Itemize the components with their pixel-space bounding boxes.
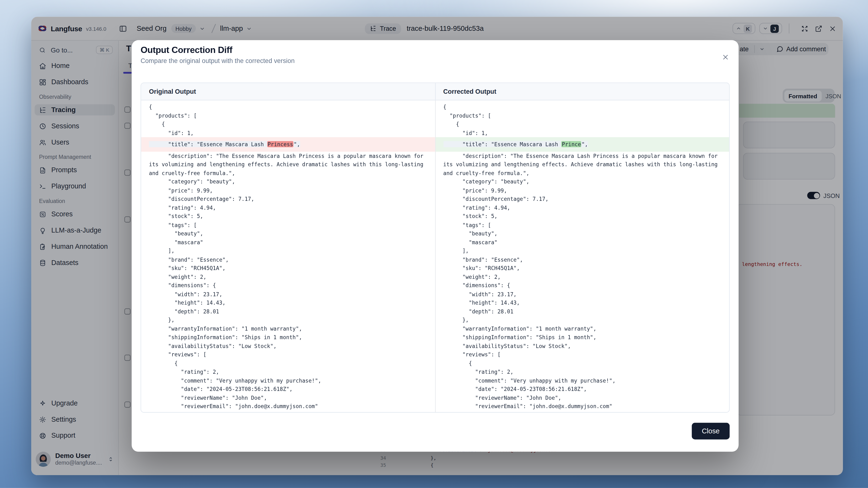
diff-context-line: "sku": "RCH45Q1A", bbox=[141, 264, 435, 272]
diff-context-line: "reviewerEmail": "john.doe@x.dummyjson.c… bbox=[141, 402, 435, 411]
diff-context-line: { bbox=[435, 120, 729, 129]
diff-context-line: "shippingInformation": "Ships in 1 month… bbox=[435, 333, 729, 341]
diff-table: Original Output Corrected Output { "prod… bbox=[141, 83, 730, 413]
diff-context-line: "dimensions": { bbox=[141, 281, 435, 290]
desktop-background: Langfuse v3.146.0 Seed Org Hobby llm-app bbox=[0, 0, 868, 488]
diff-context-line: "brand": "Essence", bbox=[141, 255, 435, 264]
diff-context-line: "brand": "Essence", bbox=[435, 255, 729, 264]
diff-context-line: "depth": 28.01 bbox=[435, 307, 729, 316]
diff-word-removed: Princess bbox=[267, 141, 294, 148]
diff-context-line: "beauty", bbox=[141, 229, 435, 238]
corrected-output-header: Corrected Output bbox=[435, 83, 729, 100]
modal-title: Output Correction Diff bbox=[141, 45, 232, 55]
diff-context-line: "id": 1, bbox=[435, 129, 729, 137]
diff-context-line: { bbox=[435, 359, 729, 367]
diff-context-line: "sku": "RCH45Q1A", bbox=[435, 264, 729, 272]
diff-context-line: "category": "beauty", bbox=[141, 177, 435, 186]
diff-context-line: "products": [ bbox=[141, 111, 435, 120]
diff-context-line: "rating": 4.94, bbox=[435, 203, 729, 212]
diff-context-line: "comment": "Very unhappy with my purchas… bbox=[141, 376, 435, 385]
diff-context-line: "stock": 5, bbox=[435, 212, 729, 220]
diff-context-line: "tags": [ bbox=[141, 221, 435, 229]
original-output-column: { "products": [ { "id": 1, "title": "Ess… bbox=[141, 100, 435, 413]
corrected-output-column: { "products": [ { "id": 1, "title": "Ess… bbox=[435, 100, 729, 413]
diff-word-added: Prince bbox=[561, 141, 582, 148]
diff-context-line: ], bbox=[141, 247, 435, 255]
diff-context-line: "width": 23.17, bbox=[435, 290, 729, 298]
diff-context-line: "depth": 28.01 bbox=[141, 307, 435, 316]
diff-body[interactable]: { "products": [ { "id": 1, "title": "Ess… bbox=[141, 100, 729, 413]
diff-context-line: "rating": 4.94, bbox=[141, 203, 435, 212]
diff-context-line: }, bbox=[141, 316, 435, 324]
diff-context-line: "reviewerEmail": "john.doe@x.dummyjson.c… bbox=[435, 402, 729, 411]
diff-context-line: "description": "The Essence Mascara Lash… bbox=[141, 152, 435, 177]
diff-context-line: "warrantyInformation": "1 month warranty… bbox=[141, 324, 435, 333]
diff-context-line: }, bbox=[435, 411, 729, 413]
diff-context-line: { bbox=[141, 120, 435, 129]
diff-context-line: { bbox=[141, 359, 435, 367]
diff-changed-line-removed: "title": "Essence Mascara Lash Princess"… bbox=[141, 137, 435, 152]
diff-context-line: { bbox=[435, 103, 729, 111]
diff-context-line: "products": [ bbox=[435, 111, 729, 120]
diff-context-line: "category": "beauty", bbox=[435, 177, 729, 186]
diff-context-line: "width": 23.17, bbox=[141, 290, 435, 298]
diff-context-line: }, bbox=[435, 316, 729, 324]
output-correction-diff-modal: Output Correction Diff Compare the origi… bbox=[132, 40, 739, 452]
diff-changed-line-added: "title": "Essence Mascara Lash Prince", bbox=[435, 137, 729, 152]
diff-context-line: "shippingInformation": "Ships in 1 month… bbox=[141, 333, 435, 341]
diff-context-line: "mascara" bbox=[141, 238, 435, 247]
diff-context-line: "availabilityStatus": "Low Stock", bbox=[435, 341, 729, 350]
diff-context-line: "rating": 2, bbox=[435, 367, 729, 376]
diff-context-line: "date": "2024-05-23T08:56:21.618Z", bbox=[141, 385, 435, 393]
diff-context-line: "description": "The Essence Mascara Lash… bbox=[435, 152, 729, 177]
diff-context-line: "date": "2024-05-23T08:56:21.618Z", bbox=[435, 385, 729, 393]
diff-context-line: "discountPercentage": 7.17, bbox=[141, 195, 435, 203]
diff-context-line: "beauty", bbox=[435, 229, 729, 238]
diff-context-line: "reviews": [ bbox=[141, 350, 435, 359]
modal-subtitle: Compare the original output with the cor… bbox=[141, 58, 294, 64]
diff-context-line: "dimensions": { bbox=[435, 281, 729, 290]
diff-context-line: "height": 14.43, bbox=[141, 298, 435, 307]
diff-context-line: "tags": [ bbox=[435, 221, 729, 229]
diff-context-line: "weight": 2, bbox=[435, 272, 729, 281]
diff-context-line: "height": 14.43, bbox=[435, 298, 729, 307]
diff-header-row: Original Output Corrected Output bbox=[141, 83, 729, 100]
diff-context-line: "availabilityStatus": "Low Stock", bbox=[141, 341, 435, 350]
diff-context-line: { bbox=[141, 103, 435, 111]
diff-context-line: }, bbox=[141, 411, 435, 413]
diff-context-line: "stock": 5, bbox=[141, 212, 435, 220]
diff-context-line: "id": 1, bbox=[141, 129, 435, 137]
diff-context-line: "reviews": [ bbox=[435, 350, 729, 359]
diff-context-line: "warrantyInformation": "1 month warranty… bbox=[435, 324, 729, 333]
diff-context-line: "price": 9.99, bbox=[141, 186, 435, 195]
diff-context-line: "discountPercentage": 7.17, bbox=[435, 195, 729, 203]
diff-context-line: "comment": "Very unhappy with my purchas… bbox=[435, 376, 729, 385]
original-output-header: Original Output bbox=[141, 83, 435, 100]
modal-close-icon[interactable] bbox=[722, 54, 729, 61]
close-button[interactable]: Close bbox=[692, 423, 730, 440]
diff-context-line: "price": 9.99, bbox=[435, 186, 729, 195]
diff-context-line: "reviewerName": "John Doe", bbox=[141, 394, 435, 402]
diff-context-line: "mascara" bbox=[435, 238, 729, 247]
diff-context-line: ], bbox=[435, 247, 729, 255]
diff-context-line: "weight": 2, bbox=[141, 272, 435, 281]
diff-context-line: "reviewerName": "John Doe", bbox=[435, 394, 729, 402]
diff-context-line: "rating": 2, bbox=[141, 367, 435, 376]
